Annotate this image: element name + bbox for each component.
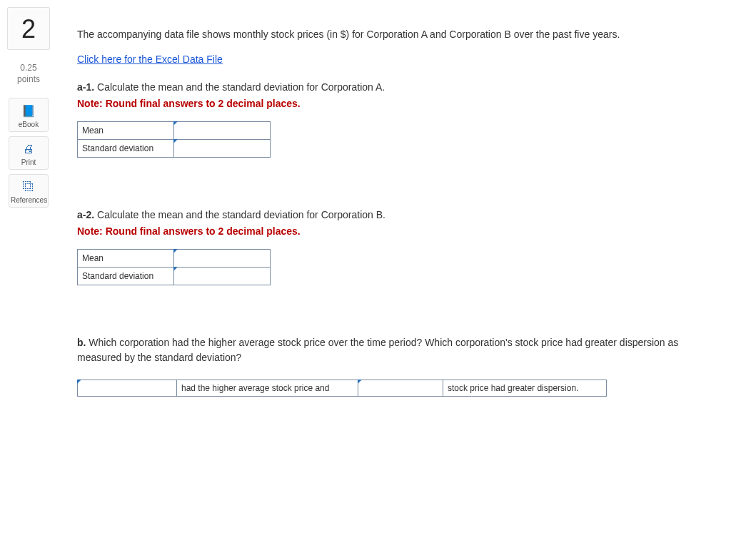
a1-answer-table: Mean Standard deviation — [77, 121, 271, 158]
a2-mean-label: Mean — [78, 250, 174, 268]
points-label: points — [17, 74, 40, 84]
a2-answer-table: Mean Standard deviation — [77, 249, 271, 285]
a1-note: Note: Round final answers to 2 decimal p… — [77, 96, 720, 111]
a1-mean-label: Mean — [78, 122, 174, 140]
print-label: Print — [21, 158, 36, 166]
a2-prompt: a-2. Calculate the mean and the standard… — [77, 208, 720, 223]
table-row: Mean — [78, 122, 271, 140]
a2-label: a-2. — [77, 209, 94, 220]
a1-mean-input[interactable] — [174, 122, 271, 140]
a2-mean-input[interactable] — [174, 250, 271, 268]
b-text-segment-1: had the higher average stock price and — [176, 380, 358, 397]
b-prompt: b. Which corporation had the higher aver… — [77, 335, 720, 365]
table-row: Standard deviation — [78, 268, 271, 285]
a1-prompt: a-1. Calculate the mean and the standard… — [77, 80, 720, 95]
copy-icon: ⿻ — [11, 180, 46, 193]
table-row: Mean — [78, 250, 271, 268]
b-text-segment-2: stock price had greater dispersion. — [443, 380, 607, 397]
question-sidebar: 2 0.25 points 📘 eBook 🖨 Print ⿻ Referenc… — [0, 7, 57, 212]
b-dropdown-corporation-avg[interactable] — [77, 380, 177, 397]
print-button[interactable]: 🖨 Print — [9, 136, 49, 170]
a2-sd-input[interactable] — [174, 268, 271, 285]
book-icon: 📘 — [11, 104, 46, 118]
a2-note: Note: Round final answers to 2 decimal p… — [77, 224, 720, 239]
a1-label: a-1. — [77, 81, 94, 93]
points-display: 0.25 points — [0, 63, 57, 85]
b-answer-row: had the higher average stock price and s… — [77, 380, 720, 397]
a1-sd-label: Standard deviation — [78, 140, 174, 158]
excel-data-link[interactable]: Click here for the Excel Data File — [77, 52, 223, 67]
references-button[interactable]: ⿻ References — [9, 174, 49, 208]
a2-text: Calculate the mean and the standard devi… — [97, 209, 385, 220]
question-content: The accompanying data file shows monthly… — [57, 7, 731, 411]
b-text: Which corporation had the higher average… — [77, 337, 678, 363]
b-dropdown-corporation-dispersion[interactable] — [358, 380, 443, 397]
a1-sd-input[interactable] — [174, 140, 271, 158]
b-label: b. — [77, 337, 86, 348]
points-value: 0.25 — [20, 63, 36, 73]
a1-text: Calculate the mean and the standard devi… — [97, 81, 385, 93]
references-label: References — [11, 196, 47, 204]
printer-icon: 🖨 — [11, 143, 46, 156]
ebook-button[interactable]: 📘 eBook — [9, 98, 49, 132]
table-row: Standard deviation — [78, 140, 271, 158]
a2-sd-label: Standard deviation — [78, 268, 174, 285]
intro-text: The accompanying data file shows monthly… — [77, 27, 720, 42]
ebook-label: eBook — [19, 121, 39, 128]
question-number: 2 — [7, 7, 50, 50]
